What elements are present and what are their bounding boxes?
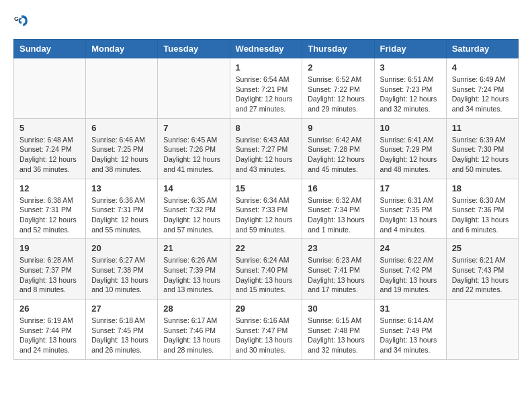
day-info: Sunrise: 6:15 AM Sunset: 7:48 PM Dayligh…: [308, 316, 368, 355]
day-number: 31: [380, 304, 441, 314]
calendar-day-cell: 17Sunrise: 6:31 AM Sunset: 7:35 PM Dayli…: [374, 179, 446, 239]
day-number: 3: [380, 62, 441, 73]
calendar-day-cell: 28Sunrise: 6:17 AM Sunset: 7:46 PM Dayli…: [158, 300, 230, 360]
calendar-day-cell: [158, 58, 230, 119]
day-info: Sunrise: 6:28 AM Sunset: 7:37 PM Dayligh…: [19, 255, 80, 295]
day-info: Sunrise: 6:52 AM Sunset: 7:22 PM Dayligh…: [308, 75, 368, 114]
weekday-header: Saturday: [446, 40, 518, 58]
weekday-header: Wednesday: [230, 40, 302, 58]
day-number: 23: [308, 243, 368, 253]
day-info: Sunrise: 6:45 AM Sunset: 7:26 PM Dayligh…: [163, 135, 224, 175]
weekday-header: Tuesday: [158, 40, 230, 58]
day-info: Sunrise: 6:48 AM Sunset: 7:24 PM Dayligh…: [19, 135, 80, 175]
calendar-day-cell: 20Sunrise: 6:27 AM Sunset: 7:38 PM Dayli…: [86, 239, 158, 300]
day-info: Sunrise: 6:22 AM Sunset: 7:42 PM Dayligh…: [380, 255, 441, 295]
day-info: Sunrise: 6:38 AM Sunset: 7:31 PM Dayligh…: [19, 195, 80, 235]
day-info: Sunrise: 6:36 AM Sunset: 7:31 PM Dayligh…: [91, 195, 152, 235]
day-number: 28: [163, 304, 224, 314]
calendar-day-cell: 1Sunrise: 6:54 AM Sunset: 7:21 PM Daylig…: [230, 58, 302, 119]
calendar-day-cell: 15Sunrise: 6:34 AM Sunset: 7:33 PM Dayli…: [230, 179, 302, 239]
weekday-header: Friday: [374, 40, 446, 58]
day-number: 11: [452, 123, 513, 133]
calendar-day-cell: 11Sunrise: 6:39 AM Sunset: 7:30 PM Dayli…: [446, 118, 518, 179]
calendar-day-cell: 8Sunrise: 6:43 AM Sunset: 7:27 PM Daylig…: [230, 118, 302, 179]
day-info: Sunrise: 6:46 AM Sunset: 7:25 PM Dayligh…: [91, 135, 152, 175]
calendar-day-cell: 16Sunrise: 6:32 AM Sunset: 7:34 PM Dayli…: [302, 179, 374, 239]
day-info: Sunrise: 6:19 AM Sunset: 7:44 PM Dayligh…: [19, 316, 80, 355]
calendar-day-cell: 4Sunrise: 6:49 AM Sunset: 7:24 PM Daylig…: [446, 58, 518, 119]
calendar-day-cell: 10Sunrise: 6:41 AM Sunset: 7:29 PM Dayli…: [374, 118, 446, 179]
day-info: Sunrise: 6:32 AM Sunset: 7:34 PM Dayligh…: [308, 195, 368, 235]
day-number: 9: [308, 123, 368, 133]
day-info: Sunrise: 6:54 AM Sunset: 7:21 PM Dayligh…: [236, 75, 297, 114]
day-number: 10: [380, 123, 441, 133]
calendar-day-cell: 6Sunrise: 6:46 AM Sunset: 7:25 PM Daylig…: [86, 118, 158, 179]
day-number: 6: [91, 123, 152, 133]
svg-text:G: G: [14, 15, 19, 22]
day-number: 14: [163, 183, 224, 193]
calendar-day-cell: 13Sunrise: 6:36 AM Sunset: 7:31 PM Dayli…: [86, 179, 158, 239]
calendar-day-cell: [446, 300, 518, 360]
calendar-day-cell: [14, 58, 86, 119]
day-number: 18: [452, 183, 513, 193]
calendar-week-row: 19Sunrise: 6:28 AM Sunset: 7:37 PM Dayli…: [14, 239, 519, 300]
day-info: Sunrise: 6:42 AM Sunset: 7:28 PM Dayligh…: [308, 135, 368, 175]
day-number: 16: [308, 183, 368, 193]
day-info: Sunrise: 6:35 AM Sunset: 7:32 PM Dayligh…: [163, 195, 224, 235]
day-number: 29: [236, 304, 297, 314]
day-info: Sunrise: 6:26 AM Sunset: 7:39 PM Dayligh…: [163, 255, 224, 295]
calendar-day-cell: 12Sunrise: 6:38 AM Sunset: 7:31 PM Dayli…: [14, 179, 86, 239]
day-info: Sunrise: 6:34 AM Sunset: 7:33 PM Dayligh…: [236, 195, 297, 235]
day-info: Sunrise: 6:51 AM Sunset: 7:23 PM Dayligh…: [380, 75, 441, 114]
calendar-day-cell: 21Sunrise: 6:26 AM Sunset: 7:39 PM Dayli…: [158, 239, 230, 300]
day-number: 5: [19, 123, 80, 133]
calendar-day-cell: 14Sunrise: 6:35 AM Sunset: 7:32 PM Dayli…: [158, 179, 230, 239]
calendar-day-cell: 19Sunrise: 6:28 AM Sunset: 7:37 PM Dayli…: [14, 239, 86, 300]
calendar-day-cell: 2Sunrise: 6:52 AM Sunset: 7:22 PM Daylig…: [302, 58, 374, 119]
calendar-day-cell: 26Sunrise: 6:19 AM Sunset: 7:44 PM Dayli…: [14, 300, 86, 360]
day-info: Sunrise: 6:43 AM Sunset: 7:27 PM Dayligh…: [236, 135, 297, 175]
calendar-day-cell: 27Sunrise: 6:18 AM Sunset: 7:45 PM Dayli…: [86, 300, 158, 360]
calendar-day-cell: 7Sunrise: 6:45 AM Sunset: 7:26 PM Daylig…: [158, 118, 230, 179]
day-info: Sunrise: 6:27 AM Sunset: 7:38 PM Dayligh…: [91, 255, 152, 295]
day-number: 2: [308, 62, 368, 73]
page-header: G: [13, 13, 519, 28]
logo-icon: G: [13, 13, 28, 28]
calendar-day-cell: 9Sunrise: 6:42 AM Sunset: 7:28 PM Daylig…: [302, 118, 374, 179]
day-number: 13: [91, 183, 152, 193]
calendar-day-cell: 29Sunrise: 6:16 AM Sunset: 7:47 PM Dayli…: [230, 300, 302, 360]
calendar-day-cell: 24Sunrise: 6:22 AM Sunset: 7:42 PM Dayli…: [374, 239, 446, 300]
calendar-day-cell: 5Sunrise: 6:48 AM Sunset: 7:24 PM Daylig…: [14, 118, 86, 179]
day-number: 27: [91, 304, 152, 314]
calendar-week-row: 1Sunrise: 6:54 AM Sunset: 7:21 PM Daylig…: [14, 58, 519, 119]
weekday-header: Monday: [86, 40, 158, 58]
day-info: Sunrise: 6:16 AM Sunset: 7:47 PM Dayligh…: [236, 316, 297, 355]
calendar-day-cell: 22Sunrise: 6:24 AM Sunset: 7:40 PM Dayli…: [230, 239, 302, 300]
day-number: 20: [91, 243, 152, 253]
day-info: Sunrise: 6:18 AM Sunset: 7:45 PM Dayligh…: [91, 316, 152, 355]
day-number: 15: [236, 183, 297, 193]
day-info: Sunrise: 6:17 AM Sunset: 7:46 PM Dayligh…: [163, 316, 224, 355]
day-number: 4: [452, 62, 513, 73]
day-number: 24: [380, 243, 441, 253]
calendar-day-cell: 31Sunrise: 6:14 AM Sunset: 7:49 PM Dayli…: [374, 300, 446, 360]
day-number: 17: [380, 183, 441, 193]
day-number: 22: [236, 243, 297, 253]
calendar-week-row: 26Sunrise: 6:19 AM Sunset: 7:44 PM Dayli…: [14, 300, 519, 360]
calendar-day-cell: 23Sunrise: 6:23 AM Sunset: 7:41 PM Dayli…: [302, 239, 374, 300]
day-info: Sunrise: 6:41 AM Sunset: 7:29 PM Dayligh…: [380, 135, 441, 175]
day-number: 21: [163, 243, 224, 253]
day-number: 30: [308, 304, 368, 314]
calendar-day-cell: 18Sunrise: 6:30 AM Sunset: 7:36 PM Dayli…: [446, 179, 518, 239]
calendar-day-cell: [86, 58, 158, 119]
calendar-header-row: SundayMondayTuesdayWednesdayThursdayFrid…: [14, 40, 519, 58]
day-number: 19: [19, 243, 80, 253]
day-number: 1: [236, 62, 297, 73]
day-number: 26: [19, 304, 80, 314]
day-info: Sunrise: 6:23 AM Sunset: 7:41 PM Dayligh…: [308, 255, 368, 295]
calendar-day-cell: 25Sunrise: 6:21 AM Sunset: 7:43 PM Dayli…: [446, 239, 518, 300]
day-info: Sunrise: 6:14 AM Sunset: 7:49 PM Dayligh…: [380, 316, 441, 355]
day-info: Sunrise: 6:31 AM Sunset: 7:35 PM Dayligh…: [380, 195, 441, 235]
calendar-day-cell: 30Sunrise: 6:15 AM Sunset: 7:48 PM Dayli…: [302, 300, 374, 360]
calendar-table: SundayMondayTuesdayWednesdayThursdayFrid…: [13, 39, 519, 360]
